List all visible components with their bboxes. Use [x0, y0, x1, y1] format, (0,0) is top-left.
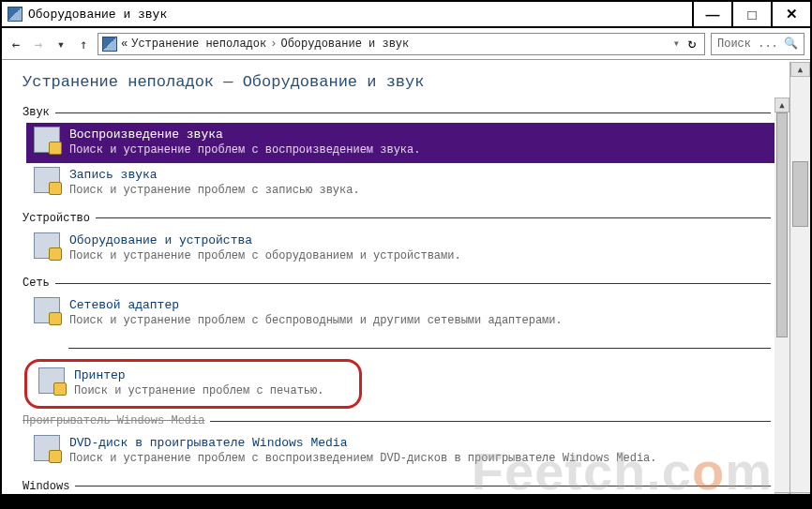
- troubleshoot-item-dvd[interactable]: DVD-диск в проигрывателе Windows Media П…: [26, 431, 789, 472]
- inner-scrollbar[interactable]: ▲ ▼: [774, 97, 789, 507]
- scroll-thumb[interactable]: [776, 112, 788, 337]
- refresh-button[interactable]: ↻: [684, 35, 700, 52]
- outer-scrollbar[interactable]: ▲ ▼: [789, 62, 810, 507]
- section-header[interactable]: Печать ˄: [23, 342, 789, 355]
- item-desc: Поиск и устранение проблем с записью зву…: [69, 184, 360, 199]
- address-bar[interactable]: « Устранение неполадок › Оборудование и …: [98, 33, 705, 55]
- folder-icon: [102, 37, 117, 52]
- section-label: Сеть: [23, 277, 50, 290]
- up-button[interactable]: ↑: [75, 36, 92, 52]
- scroll-up-button[interactable]: ▲: [774, 97, 789, 112]
- item-name: Принтер: [74, 368, 323, 384]
- troubleshoot-item-network[interactable]: Сетевой адаптер Поиск и устранение пробл…: [26, 293, 789, 334]
- breadcrumb-prefix: «: [121, 37, 128, 51]
- item-name: Воспроизведение звука: [69, 127, 420, 143]
- section-label: Звук: [23, 106, 50, 119]
- close-button[interactable]: ✕: [771, 2, 810, 26]
- section-label: Устройство: [23, 212, 90, 225]
- section-header[interactable]: Устройство ˄: [23, 212, 789, 225]
- item-desc: Поиск и устранение проблем с беспроводны…: [69, 314, 563, 329]
- highlight-annotation: Принтер Поиск и устранение проблем с печ…: [24, 359, 362, 409]
- search-placeholder: Поиск ...: [717, 37, 778, 51]
- content-area: Устранение неполадок — Оборудование и зв…: [2, 60, 810, 505]
- item-name: DVD-диск в проигрывателе Windows Media: [69, 436, 657, 452]
- scroll-thumb[interactable]: [792, 161, 808, 227]
- device-icon: [34, 232, 60, 259]
- section-label: Проигрыватель Windows Media: [23, 414, 204, 427]
- window-title: Оборудование и звук: [28, 7, 692, 22]
- printer-icon: [38, 367, 65, 394]
- breadcrumb-item[interactable]: Устранение неполадок: [131, 37, 266, 51]
- address-dropdown-icon[interactable]: ▾: [673, 37, 680, 51]
- search-icon: 🔍: [784, 37, 798, 51]
- forward-button[interactable]: →: [30, 36, 47, 52]
- maximize-button[interactable]: □: [731, 2, 771, 26]
- breadcrumb-sep: ›: [270, 37, 277, 51]
- section-header[interactable]: Windows ˄: [23, 480, 789, 493]
- microphone-icon: [34, 167, 60, 193]
- section-device: Устройство ˄ Оборудование и устройства П…: [23, 212, 789, 269]
- app-icon: [8, 7, 23, 22]
- nav-bar: ← → ▾ ↑ « Устранение неполадок › Оборудо…: [2, 28, 810, 60]
- item-name: Запись звука: [69, 168, 360, 184]
- section-network: Сеть ˄ Сетевой адаптер Поиск и устранени…: [23, 277, 789, 334]
- section-sound: Звук ˄ Воспроизведение звука Поиск и уст…: [23, 106, 789, 204]
- troubleshoot-item-printer[interactable]: Принтер Поиск и устранение проблем с печ…: [31, 364, 355, 404]
- recent-dropdown[interactable]: ▾: [53, 36, 69, 52]
- item-name: Оборудование и устройства: [69, 233, 461, 249]
- minimize-button[interactable]: —: [692, 2, 731, 26]
- back-button[interactable]: ←: [8, 36, 24, 52]
- item-desc: Поиск и устранение проблем с печатью.: [74, 384, 323, 399]
- search-input[interactable]: Поиск ... 🔍: [711, 33, 804, 55]
- troubleshoot-item-hardware[interactable]: Оборудование и устройства Поиск и устран…: [26, 229, 789, 269]
- title-bar: Оборудование и звук — □ ✕: [2, 2, 810, 28]
- item-name: Сетевой адаптер: [69, 298, 563, 314]
- breadcrumb-item[interactable]: Оборудование и звук: [280, 37, 409, 51]
- section-header[interactable]: Проигрыватель Windows Media ˄: [23, 414, 789, 427]
- scroll-up-button[interactable]: ▲: [790, 62, 810, 77]
- section-print: Печать ˄ Принтер Поиск и устранение проб…: [23, 342, 789, 409]
- section-header[interactable]: Сеть ˄: [23, 277, 789, 290]
- section-header[interactable]: Звук ˄: [23, 106, 789, 119]
- troubleshoot-item-recording[interactable]: Запись звука Поиск и устранение проблем …: [26, 163, 789, 203]
- speaker-icon: [34, 127, 60, 153]
- section-wmp: Проигрыватель Windows Media ˄ DVD-диск в…: [23, 414, 789, 472]
- section-label: Windows: [23, 480, 69, 493]
- network-adapter-icon: [34, 297, 60, 323]
- dvd-icon: [34, 435, 60, 461]
- item-desc: Поиск и устранение проблем с воспроизвед…: [69, 143, 420, 158]
- bottom-border: [2, 494, 810, 507]
- page-title: Устранение неполадок — Оборудование и зв…: [23, 73, 789, 91]
- item-desc: Поиск и устранение проблем с воспроизвед…: [69, 452, 657, 467]
- item-desc: Поиск и устранение проблем с оборудовани…: [69, 249, 461, 264]
- troubleshoot-item-playback[interactable]: Воспроизведение звука Поиск и устранение…: [26, 123, 789, 163]
